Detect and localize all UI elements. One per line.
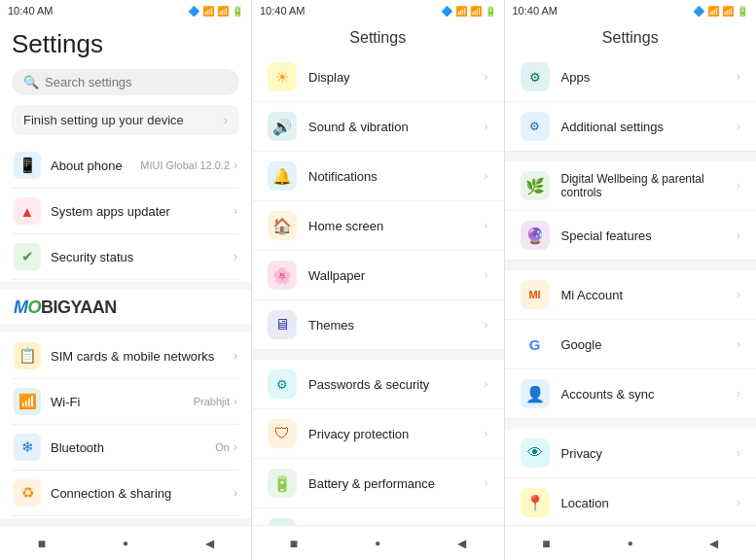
special-features-label: Special features (561, 228, 738, 243)
square-icon-left: ■ (38, 536, 46, 551)
location-icon: 📍 (521, 488, 550, 517)
about-phone-icon: 📱 (14, 152, 41, 179)
sim-icon: 📶 (202, 6, 214, 17)
themes-chevron: › (485, 318, 488, 332)
digital-wellbeing-chevron: › (737, 179, 740, 192)
google-chevron: › (737, 337, 740, 351)
s-item-digital-wellbeing[interactable]: 🌿 Digital Wellbeing & parental controls … (505, 161, 757, 211)
sim-icon-right: 📶 (707, 6, 719, 17)
security-status-icon: ✔ (14, 243, 41, 270)
sound-icon: 🔊 (268, 112, 297, 141)
menu-item-system-apps[interactable]: ▲ System apps updater › (12, 189, 239, 234)
s-item-display[interactable]: ☀ Display › (252, 52, 504, 102)
s-item-wallpaper[interactable]: 🌸 Wallpaper › (252, 251, 504, 300)
s-item-battery[interactable]: 🔋 Battery & performance › (252, 459, 504, 508)
privacy-chevron: › (737, 446, 740, 460)
screen-left: 10:40 AM 🔷 📶 📶 🔋 Settings 🔍 Finish setti… (0, 0, 252, 560)
search-input[interactable] (45, 75, 228, 89)
nav-circle-left[interactable]: ● (116, 534, 135, 553)
passwords-label: Passwords & security (308, 377, 485, 392)
s-item-privacy-protection[interactable]: 🛡 Privacy protection › (252, 409, 504, 459)
s-item-special-features[interactable]: 🔮 Special features › (505, 211, 757, 261)
nav-bar-right: ■ ● ◀ (505, 525, 757, 560)
time-left: 10:40 AM (8, 5, 53, 17)
google-label: Google (561, 337, 738, 352)
s-item-apps2[interactable]: ⚙ Apps › (505, 52, 757, 102)
privacy-protection-icon: 🛡 (268, 419, 297, 448)
connection-icon: ♻ (14, 479, 41, 507)
wallpaper-chevron: › (485, 268, 488, 282)
s-item-passwords[interactable]: ⚙ Passwords & security › (252, 360, 504, 409)
nav-back-left[interactable]: ◀ (199, 534, 219, 553)
notifications-label: Notifications (308, 169, 485, 184)
circle-icon-right: ● (628, 538, 633, 548)
status-bar-right: 10:40 AM 🔷 📶 📶 🔋 (505, 0, 757, 21)
nav-circle-mid[interactable]: ● (368, 534, 387, 553)
about-phone-label: About phone (51, 158, 140, 173)
search-icon: 🔍 (23, 75, 39, 89)
status-icons-left: 🔷 📶 📶 🔋 (188, 6, 243, 17)
nav-back-mid[interactable]: ◀ (451, 534, 471, 553)
nav-circle-right[interactable]: ● (621, 534, 640, 553)
back-icon-right: ◀ (709, 537, 718, 550)
wifi-label: Wi-Fi (51, 395, 194, 409)
status-bar-mid: 10:40 AM 🔷 📶 📶 🔋 (252, 0, 504, 21)
themes-label: Themes (308, 318, 485, 332)
s-item-mi-account[interactable]: MI Mi Account › (505, 270, 757, 320)
s-item-themes[interactable]: 🖥 Themes › (252, 300, 504, 350)
digital-wellbeing-icon: 🌿 (521, 171, 550, 200)
apps2-label: Apps (561, 70, 738, 85)
s-divider-r3 (505, 419, 757, 429)
menu-item-connection[interactable]: ♻ Connection & sharing › (12, 471, 239, 516)
menu-item-sim[interactable]: 📋 SIM cards & mobile networks › (12, 333, 239, 379)
screen3-list: ⚙ Apps › ⚙ Additional settings › 🌿 Digit… (505, 52, 757, 525)
s-divider-r2 (505, 261, 757, 270)
search-box[interactable]: 🔍 (12, 69, 239, 95)
wifi-menu-icon: 📶 (14, 388, 41, 415)
wallpaper-icon: 🌸 (268, 261, 297, 290)
finish-device-text: Finish setting up your device (23, 113, 184, 127)
s-divider-r1 (505, 152, 757, 161)
menu-item-security-status[interactable]: ✔ Security status › (12, 234, 239, 280)
s-item-home-screen[interactable]: 🏠 Home screen › (252, 201, 504, 251)
notifications-icon: 🔔 (268, 161, 297, 191)
sim-icon-mid: 📶 (455, 6, 467, 17)
wifi-icon-mid: 📶 (470, 6, 482, 17)
system-apps-chevron: › (234, 204, 237, 218)
mi-account-icon: MI (521, 280, 550, 309)
s-item-location[interactable]: 📍 Location › (505, 478, 757, 525)
s-item-notifications[interactable]: 🔔 Notifications › (252, 152, 504, 201)
passwords-chevron: › (485, 377, 488, 391)
s-item-accounts-sync[interactable]: 👤 Accounts & sync › (505, 369, 757, 419)
special-features-chevron: › (737, 228, 740, 242)
battery-perf-icon: 🔋 (268, 469, 297, 498)
additional2-chevron: › (737, 120, 740, 133)
display-icon: ☀ (268, 62, 297, 91)
nav-square-right[interactable]: ■ (537, 534, 557, 553)
privacy-icon: 👁 (521, 438, 550, 468)
time-mid: 10:40 AM (260, 5, 305, 17)
wifi-sub: Prabhjit (194, 396, 230, 407)
menu-item-wifi[interactable]: 📶 Wi-Fi Prabhjit › (12, 379, 239, 425)
menu-item-about-phone[interactable]: 📱 About phone MIUI Global 12.0.2 › (12, 143, 239, 189)
finish-device-banner[interactable]: Finish setting up your device › (12, 105, 239, 135)
status-icons-right: 🔷 📶 📶 🔋 (693, 6, 748, 17)
status-icons-mid: 🔷 📶 📶 🔋 (441, 6, 496, 17)
home-screen-icon: 🏠 (268, 211, 297, 240)
s-item-apps[interactable]: ⚙ Apps › (252, 508, 504, 525)
accounts-sync-chevron: › (737, 387, 740, 401)
bat-icon-right: 🔋 (737, 6, 748, 17)
divider-2 (0, 518, 251, 525)
nav-back-right[interactable]: ◀ (704, 534, 724, 553)
status-bar-left: 10:40 AM 🔷 📶 📶 🔋 (0, 0, 251, 21)
nav-square-mid[interactable]: ■ (284, 534, 304, 553)
s-item-google[interactable]: G Google › (505, 320, 757, 369)
nav-square-left[interactable]: ■ (32, 534, 52, 553)
accounts-sync-label: Accounts & sync (561, 387, 738, 402)
menu-item-bluetooth[interactable]: ❄ Bluetooth On › (12, 425, 239, 471)
s-item-privacy[interactable]: 👁 Privacy › (505, 429, 757, 478)
s-item-additional2[interactable]: ⚙ Additional settings › (505, 102, 757, 152)
apps-icon: ⚙ (268, 518, 297, 525)
sound-label: Sound & vibration (308, 120, 485, 134)
s-item-sound[interactable]: 🔊 Sound & vibration › (252, 102, 504, 152)
